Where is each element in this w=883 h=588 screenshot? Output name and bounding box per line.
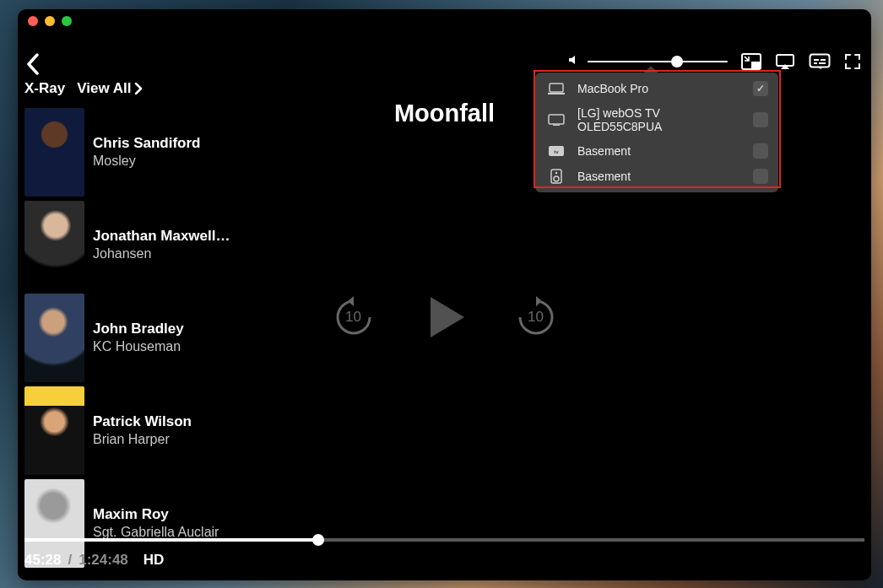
skip-back-seconds: 10 — [333, 296, 375, 338]
xray-label: X-Ray — [24, 80, 65, 97]
airplay-device-label: Basement — [577, 144, 741, 158]
back-button[interactable] — [25, 53, 41, 78]
tv-icon — [547, 114, 566, 126]
svg-text:tv: tv — [554, 149, 559, 154]
total-time: 1:24:48 — [79, 552, 128, 569]
skip-forward-seconds: 10 — [515, 296, 557, 338]
view-all-button[interactable]: View All — [77, 80, 143, 97]
speaker-icon — [547, 169, 566, 184]
skip-forward-button[interactable]: 10 — [515, 296, 557, 338]
app-window: X-Ray View All Chris Sandiford Mosley Jo… — [18, 9, 871, 580]
svg-rect-9 — [548, 93, 565, 94]
chevron-right-icon — [134, 83, 143, 94]
cast-role: Brian Harper — [93, 432, 192, 447]
volume-slider-track[interactable] — [588, 61, 728, 62]
airplay-device-checkbox[interactable] — [753, 169, 768, 184]
window-maximize-button[interactable] — [62, 16, 72, 26]
subtitles-button[interactable] — [809, 53, 831, 70]
cast-thumbnail — [24, 386, 84, 475]
cast-name: John Bradley — [93, 321, 184, 337]
progress-thumb[interactable] — [312, 534, 324, 546]
volume-icon — [567, 53, 581, 70]
airplay-device-popover: MacBook Pro [LG] webOS TV OLED55C8PUA tv… — [535, 73, 778, 192]
cast-name: Patrick Wilson — [93, 413, 192, 430]
fullscreen-button[interactable] — [844, 53, 861, 70]
svg-rect-10 — [549, 115, 564, 124]
quality-badge: HD — [144, 552, 165, 569]
laptop-icon — [547, 83, 566, 94]
svg-rect-1 — [751, 62, 760, 68]
titlebar — [18, 9, 871, 33]
svg-rect-3 — [810, 55, 830, 67]
cast-name: Maxim Roy — [93, 506, 219, 523]
cast-list: Chris Sandiford Mosley Jonathan Maxwell…… — [24, 105, 337, 569]
progress-fill — [24, 538, 318, 542]
volume-slider-thumb[interactable] — [671, 56, 683, 67]
airplay-device-label: Basement — [577, 170, 741, 183]
movie-title: Moonfall — [394, 100, 495, 127]
airplay-device-row[interactable]: tv Basement — [535, 138, 778, 164]
player-surface: X-Ray View All Chris Sandiford Mosley Jo… — [18, 33, 871, 580]
airplay-device-checkbox[interactable] — [753, 112, 768, 127]
cast-name: Chris Sandiford — [93, 135, 201, 152]
airplay-device-label: [LG] webOS TV OLED55C8PUA — [577, 106, 741, 133]
svg-point-16 — [554, 176, 559, 181]
airplay-device-row[interactable]: MacBook Pro — [535, 76, 778, 101]
cast-role: Mosley — [93, 154, 201, 169]
window-minimize-button[interactable] — [45, 16, 55, 26]
svg-point-15 — [555, 172, 558, 175]
appletv-icon: tv — [547, 146, 566, 156]
picture-in-picture-button[interactable] — [741, 53, 761, 70]
cast-role: KC Houseman — [93, 339, 184, 354]
time-separator: / — [68, 552, 72, 569]
airplay-device-label: MacBook Pro — [577, 82, 741, 95]
svg-rect-8 — [550, 84, 563, 92]
cast-thumbnail — [24, 108, 84, 197]
view-all-label: View All — [77, 80, 131, 97]
cast-item[interactable]: John Bradley KC Houseman — [24, 291, 337, 384]
airplay-popover-caret — [644, 66, 658, 73]
xray-header: X-Ray View All — [24, 80, 143, 97]
cast-role: Johansen — [93, 246, 230, 262]
airplay-button[interactable] — [775, 53, 795, 70]
time-display: 45:28 / 1:24:48 HD — [24, 552, 164, 569]
window-close-button[interactable] — [28, 16, 38, 26]
skip-back-button[interactable]: 10 — [333, 296, 375, 338]
airplay-device-row[interactable]: [LG] webOS TV OLED55C8PUA — [535, 101, 778, 138]
center-playback-controls: 10 10 — [333, 296, 557, 338]
cast-thumbnail — [24, 294, 84, 382]
play-button[interactable] — [431, 297, 464, 337]
airplay-device-row[interactable]: Basement — [535, 164, 778, 189]
airplay-device-checkbox[interactable] — [753, 81, 768, 96]
cast-item[interactable]: Jonathan Maxwell… Johansen — [24, 198, 337, 291]
top-right-controls — [567, 53, 861, 70]
cast-name: Jonathan Maxwell… — [93, 228, 230, 245]
progress-bar[interactable] — [24, 538, 864, 542]
current-time: 45:28 — [24, 552, 61, 569]
cast-thumbnail — [24, 201, 84, 289]
airplay-device-checkbox[interactable] — [753, 143, 768, 159]
cast-item[interactable]: Chris Sandiford Mosley — [24, 105, 337, 198]
cast-item[interactable]: Patrick Wilson Brian Harper — [24, 384, 337, 477]
